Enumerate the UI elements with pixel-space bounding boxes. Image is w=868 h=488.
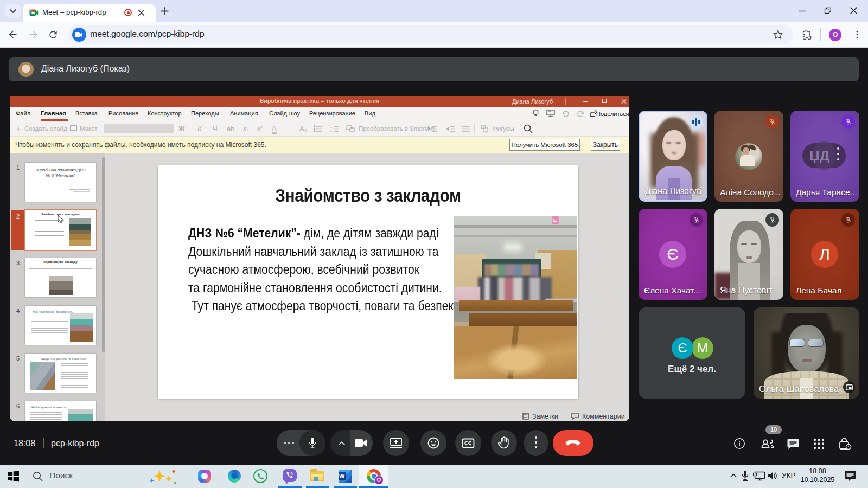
svg-text:1: 1: [330, 125, 332, 129]
svg-text:2: 2: [330, 129, 332, 132]
